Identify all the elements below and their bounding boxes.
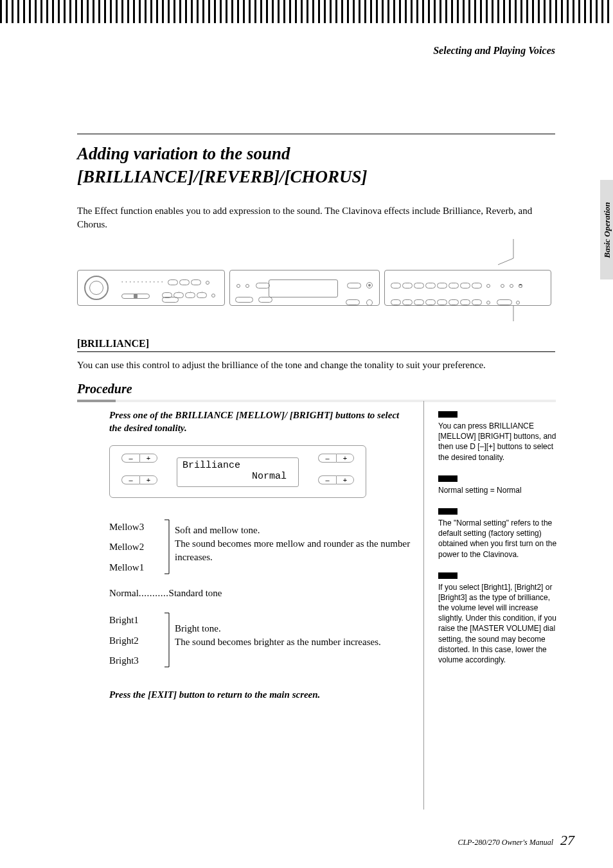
mellow-description: Soft and mellow tone. The sound becomes …: [175, 517, 411, 564]
lcd-line-2: Normal: [182, 471, 293, 482]
page-title: Adding variation to the sound [BRILLIANC…: [77, 134, 555, 189]
mellow1-label: Mellow1: [109, 558, 166, 578]
procedure-heading: Procedure: [77, 382, 132, 396]
normal-description: Standard tone: [169, 588, 222, 598]
title-line-2: [BRILLIANCE]/[REVERB]/[CHORUS]: [77, 165, 555, 188]
bright-tone-block: Bright1 Bright2 Bright3 Bright tone. The…: [109, 610, 411, 671]
mellow2-label: Mellow2: [109, 537, 166, 558]
section-heading-brilliance: [BRILLIANCE]: [77, 338, 555, 352]
plus-button-icon: +: [336, 454, 354, 463]
mellow3-label: Mellow3: [109, 517, 166, 538]
panel-section-center: [229, 270, 380, 306]
minus-button-icon: –: [318, 454, 336, 463]
lcd-screen-icon: [269, 279, 338, 297]
page-number: 27: [560, 832, 574, 848]
panel-section-right: [384, 270, 551, 306]
button-cluster-icon: ˙˙˙: [161, 277, 217, 303]
title-line-1: Adding variation to the sound: [77, 142, 555, 165]
note-block-4: If you select [Bright1], [Bright2] or [B…: [438, 572, 557, 666]
note-text-3: The "Normal setting" refers to the defau…: [438, 518, 557, 560]
bright1-label: Bright1: [109, 610, 166, 631]
normal-label: Normal: [109, 588, 139, 598]
note-block-2: Normal setting = Normal: [438, 475, 557, 495]
bright3-label: Bright3: [109, 651, 166, 671]
section-description: You can use this control to adjust the b…: [77, 360, 555, 371]
note-text-1: You can press BRILLIANCE [MELLOW] [BRIGH…: [438, 421, 557, 463]
bright-description: Bright tone. The sound becomes brighter …: [175, 610, 411, 649]
top-decorative-barcode: [0, 0, 613, 23]
note-text-2: Normal setting = Normal: [438, 485, 557, 495]
sidebar-notes: You can press BRILLIANCE [MELLOW] [BRIGH…: [438, 411, 557, 678]
intro-paragraph: The Effect function enables you to add e…: [77, 204, 555, 231]
bright2-label: Bright2: [109, 631, 166, 651]
panel-section-left: • • • • • • • • • • • ˙˙˙: [77, 270, 225, 306]
left-pm-buttons: – + – +: [121, 454, 157, 497]
note-block-1: You can press BRILLIANCE [MELLOW] [BRIGH…: [438, 411, 557, 463]
normal-tone-line: Normal...........Standard tone: [109, 588, 411, 599]
exit-instruction: Press the [EXIT] button to return to the…: [109, 689, 411, 700]
minus-button-icon: –: [121, 475, 139, 484]
side-tab-label: Basic Operation: [602, 188, 612, 272]
note-block-3: The "Normal setting" refers to the defau…: [438, 508, 557, 560]
display-panel-diagram: – + – + Brilliance Normal – + – +: [109, 445, 366, 498]
volume-dial-icon: [84, 276, 109, 300]
bracket-icon: [163, 518, 171, 578]
plus-button-icon: +: [139, 475, 157, 484]
note-tab-icon: [438, 572, 458, 579]
plus-button-icon: +: [336, 475, 354, 484]
minus-button-icon: –: [121, 454, 139, 463]
bracket-icon: [163, 612, 171, 671]
dotted-leader: ...........: [139, 588, 169, 598]
main-column: Press one of the BRILLIANCE [MELLOW]/ [B…: [109, 409, 424, 810]
panel-diagram: • • • • • • • • • • • ˙˙˙: [77, 244, 556, 315]
right-pm-buttons: – + – +: [318, 454, 354, 497]
procedure-rule: [77, 400, 556, 402]
minus-button-icon: –: [318, 475, 336, 484]
note-text-4: If you select [Bright1], [Bright2] or [B…: [438, 582, 557, 666]
lcd-screen: Brilliance Normal: [177, 457, 299, 487]
note-tab-icon: [438, 411, 458, 418]
dots-icon: • • • • • • • • • • •: [121, 279, 163, 285]
breadcrumb: Selecting and Playing Voices: [433, 45, 555, 57]
left-buttons-icon: [235, 278, 272, 307]
lcd-line-1: Brilliance: [182, 460, 293, 471]
note-tab-icon: [438, 508, 458, 515]
right-buttons-icon: [346, 277, 374, 310]
plus-button-icon: +: [139, 454, 157, 463]
page-footer: CLP-280/270 Owner's Manual 27: [458, 832, 574, 849]
footer-manual-name: CLP-280/270 Owner's Manual: [458, 838, 553, 847]
mellow-tone-block: Mellow3 Mellow2 Mellow1 Soft and mellow …: [109, 517, 411, 578]
note-tab-icon: [438, 475, 458, 482]
step-instruction: Press one of the BRILLIANCE [MELLOW]/ [B…: [109, 409, 411, 435]
slider-icon: [121, 294, 150, 299]
